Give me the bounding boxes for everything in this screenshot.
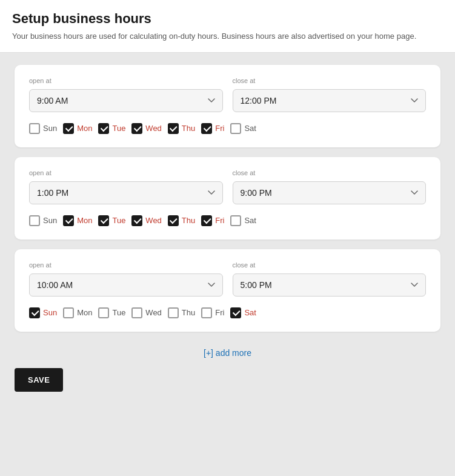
time-row-3: open at12:00 AM12:30 AM1:00 AM1:30 AM2:0… xyxy=(29,261,426,297)
day-label-sun-2: Sun xyxy=(43,216,57,225)
day-checkbox-thu-1[interactable] xyxy=(168,123,179,134)
day-item-sun-1[interactable]: Sun xyxy=(29,123,57,134)
day-item-sat-3[interactable]: Sat xyxy=(230,307,256,318)
day-checkbox-sat-3[interactable] xyxy=(230,307,241,318)
open-at-select-1[interactable]: 12:00 AM12:30 AM1:00 AM1:30 AM2:00 AM2:3… xyxy=(29,89,223,112)
close-at-label-3: close at xyxy=(233,261,427,269)
close-at-select-2[interactable]: 12:00 AM12:30 AM1:00 AM1:30 AM2:00 AM2:3… xyxy=(233,181,427,204)
day-checkbox-tue-1[interactable] xyxy=(98,123,109,134)
time-row-1: open at12:00 AM12:30 AM1:00 AM1:30 AM2:0… xyxy=(29,77,426,112)
day-checkbox-wed-1[interactable] xyxy=(131,123,142,134)
business-hours-card-2: open at12:00 AM12:30 AM1:00 AM1:30 AM2:0… xyxy=(15,157,440,240)
save-button[interactable]: SAVE xyxy=(15,368,63,392)
day-item-mon-1[interactable]: Mon xyxy=(63,123,92,134)
day-label-fri-1: Fri xyxy=(215,124,224,133)
day-item-wed-1[interactable]: Wed xyxy=(131,123,162,134)
day-label-sat-2: Sat xyxy=(244,216,256,225)
day-label-wed-3: Wed xyxy=(145,308,162,317)
open-at-field-1: open at12:00 AM12:30 AM1:00 AM1:30 AM2:0… xyxy=(29,77,223,112)
day-checkbox-mon-2[interactable] xyxy=(63,215,74,226)
day-checkbox-thu-2[interactable] xyxy=(168,215,179,226)
close-at-select-1[interactable]: 12:00 AM12:30 AM1:00 AM1:30 AM2:00 AM2:3… xyxy=(233,89,427,112)
day-label-thu-1: Thu xyxy=(182,124,195,133)
day-checkbox-sun-1[interactable] xyxy=(29,123,40,134)
day-checkbox-tue-2[interactable] xyxy=(98,215,109,226)
header-section: Setup business hours Your business hours… xyxy=(0,0,455,53)
day-item-tue-2[interactable]: Tue xyxy=(98,215,125,226)
day-item-wed-3[interactable]: Wed xyxy=(131,307,162,318)
day-label-thu-2: Thu xyxy=(182,216,195,225)
day-label-tue-2: Tue xyxy=(112,216,125,225)
day-item-thu-2[interactable]: Thu xyxy=(168,215,195,226)
day-item-tue-3[interactable]: Tue xyxy=(98,307,125,318)
day-label-sun-3: Sun xyxy=(43,308,57,317)
day-checkbox-fri-2[interactable] xyxy=(201,215,212,226)
days-row-3: SunMonTueWedThuFriSat xyxy=(29,307,426,318)
day-checkbox-fri-1[interactable] xyxy=(201,123,212,134)
day-label-mon-1: Mon xyxy=(77,124,92,133)
day-checkbox-sat-1[interactable] xyxy=(230,123,241,134)
day-label-mon-2: Mon xyxy=(77,216,92,225)
day-item-mon-3[interactable]: Mon xyxy=(63,307,92,318)
close-at-label-1: close at xyxy=(233,77,427,84)
day-item-thu-3[interactable]: Thu xyxy=(168,307,195,318)
day-item-mon-2[interactable]: Mon xyxy=(63,215,92,226)
open-at-label-2: open at xyxy=(29,169,223,176)
open-at-label-1: open at xyxy=(29,77,223,84)
day-checkbox-thu-3[interactable] xyxy=(168,307,179,318)
close-at-field-1: close at12:00 AM12:30 AM1:00 AM1:30 AM2:… xyxy=(233,77,427,112)
open-at-select-2[interactable]: 12:00 AM12:30 AM1:00 AM1:30 AM2:00 AM2:3… xyxy=(29,181,223,204)
business-hours-card-3: open at12:00 AM12:30 AM1:00 AM1:30 AM2:0… xyxy=(15,249,440,332)
days-row-2: SunMonTueWedThuFriSat xyxy=(29,215,426,226)
add-more-link[interactable]: [+] add more xyxy=(204,348,251,358)
open-at-label-3: open at xyxy=(29,261,223,269)
day-checkbox-mon-1[interactable] xyxy=(63,123,74,134)
day-item-fri-3[interactable]: Fri xyxy=(201,307,224,318)
day-label-sat-1: Sat xyxy=(244,124,256,133)
day-checkbox-sat-2[interactable] xyxy=(230,215,241,226)
day-label-sun-1: Sun xyxy=(43,124,57,133)
page-title: Setup business hours xyxy=(12,11,443,27)
days-row-1: SunMonTueWedThuFriSat xyxy=(29,123,426,134)
day-checkbox-sun-3[interactable] xyxy=(29,307,40,318)
day-item-fri-1[interactable]: Fri xyxy=(201,123,224,134)
open-at-field-2: open at12:00 AM12:30 AM1:00 AM1:30 AM2:0… xyxy=(29,169,223,204)
close-at-label-2: close at xyxy=(233,169,427,176)
day-item-sun-2[interactable]: Sun xyxy=(29,215,57,226)
day-item-tue-1[interactable]: Tue xyxy=(98,123,125,134)
day-item-sat-2[interactable]: Sat xyxy=(230,215,256,226)
day-label-tue-3: Tue xyxy=(112,308,125,317)
day-item-fri-2[interactable]: Fri xyxy=(201,215,224,226)
day-label-mon-3: Mon xyxy=(77,308,92,317)
day-checkbox-sun-2[interactable] xyxy=(29,215,40,226)
day-label-fri-2: Fri xyxy=(215,216,224,225)
day-checkbox-wed-2[interactable] xyxy=(131,215,142,226)
close-at-field-3: close at12:00 AM12:30 AM1:00 AM1:30 AM2:… xyxy=(233,261,427,297)
close-at-field-2: close at12:00 AM12:30 AM1:00 AM1:30 AM2:… xyxy=(233,169,427,204)
business-hours-card-1: open at12:00 AM12:30 AM1:00 AM1:30 AM2:0… xyxy=(15,65,440,147)
add-more-row: [+] add more xyxy=(0,344,455,361)
day-checkbox-mon-3[interactable] xyxy=(63,307,74,318)
day-checkbox-tue-3[interactable] xyxy=(98,307,109,318)
day-checkbox-fri-3[interactable] xyxy=(201,307,212,318)
day-label-thu-3: Thu xyxy=(182,308,195,317)
day-item-sat-1[interactable]: Sat xyxy=(230,123,256,134)
main-content: open at12:00 AM12:30 AM1:00 AM1:30 AM2:0… xyxy=(0,53,455,344)
day-checkbox-wed-3[interactable] xyxy=(131,307,142,318)
open-at-field-3: open at12:00 AM12:30 AM1:00 AM1:30 AM2:0… xyxy=(29,261,223,297)
day-label-sat-3: Sat xyxy=(244,308,256,317)
day-label-wed-2: Wed xyxy=(145,216,162,225)
day-item-wed-2[interactable]: Wed xyxy=(131,215,162,226)
time-row-2: open at12:00 AM12:30 AM1:00 AM1:30 AM2:0… xyxy=(29,169,426,204)
day-label-wed-1: Wed xyxy=(145,124,162,133)
day-label-fri-3: Fri xyxy=(215,308,224,317)
day-label-tue-1: Tue xyxy=(112,124,125,133)
page-description: Your business hours are used for calcula… xyxy=(12,30,443,42)
open-at-select-3[interactable]: 12:00 AM12:30 AM1:00 AM1:30 AM2:00 AM2:3… xyxy=(29,273,223,297)
day-item-thu-1[interactable]: Thu xyxy=(168,123,195,134)
close-at-select-3[interactable]: 12:00 AM12:30 AM1:00 AM1:30 AM2:00 AM2:3… xyxy=(233,273,427,297)
day-item-sun-3[interactable]: Sun xyxy=(29,307,57,318)
